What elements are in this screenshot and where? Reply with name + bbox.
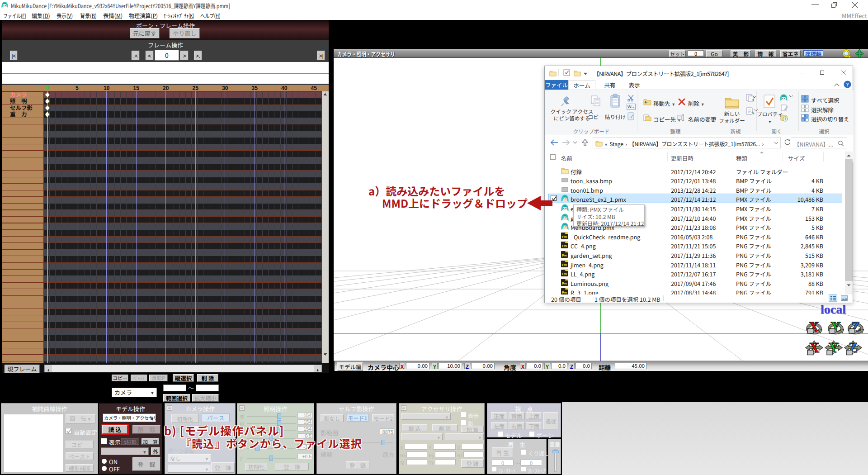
svg-text:20: 20 <box>163 85 169 91</box>
svg-text:0: 0 <box>46 85 49 91</box>
svg-text:Fw: Fw <box>562 281 567 285</box>
svg-text:10: 10 <box>104 85 110 91</box>
svg-text:Fw: Fw <box>562 235 567 239</box>
svg-text:Fw: Fw <box>562 244 567 248</box>
svg-text:Fw: Fw <box>562 272 567 276</box>
svg-text:45: 45 <box>311 85 317 91</box>
svg-text:30: 30 <box>222 85 228 91</box>
svg-text:重 力: 重 力 <box>10 109 27 118</box>
svg-text:35: 35 <box>252 85 258 91</box>
svg-text:W: W <box>627 104 632 109</box>
svg-text:?: ? <box>846 81 849 88</box>
svg-text:5: 5 <box>75 85 79 91</box>
svg-text:Fw: Fw <box>562 263 567 267</box>
svg-text:15: 15 <box>133 85 140 91</box>
svg-text:Fw: Fw <box>562 290 567 294</box>
svg-text:Fw: Fw <box>562 253 567 257</box>
svg-text:40: 40 <box>281 85 288 91</box>
svg-text:25: 25 <box>193 85 199 91</box>
